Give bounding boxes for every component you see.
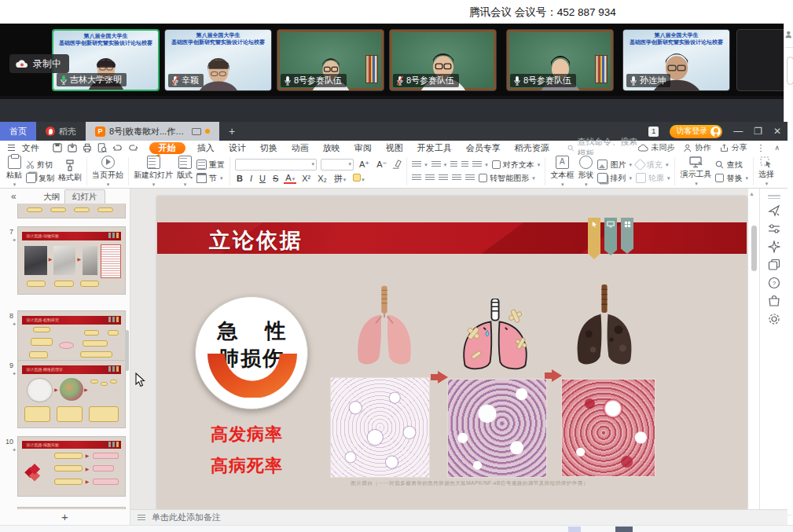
settings-icon[interactable]: [768, 313, 780, 325]
cut-button[interactable]: 剪切: [26, 160, 54, 171]
collapse-ribbon-icon[interactable]: ∧: [774, 144, 780, 152]
strikethrough-button[interactable]: S: [271, 174, 280, 183]
guest-login-button[interactable]: 访客登录: [670, 125, 722, 138]
textbox-button[interactable]: A文本框: [550, 156, 574, 188]
find-button[interactable]: 查找: [715, 160, 748, 171]
slide-thumb-6-partial[interactable]: [17, 204, 126, 218]
distribute-button[interactable]: [465, 174, 475, 182]
clear-format-icon[interactable]: [392, 160, 402, 169]
font-family-select[interactable]: [235, 159, 317, 171]
replace-button[interactable]: 替换: [715, 173, 748, 184]
slide-thumb-10[interactable]: 设计思路-细胞实验 ▶ ▶ ▶: [17, 436, 126, 497]
outline-tab[interactable]: 大纲: [43, 192, 60, 203]
ai-assistant-icon[interactable]: [768, 204, 780, 217]
layout-button[interactable]: 版式: [177, 156, 193, 188]
menu-view[interactable]: 视图: [379, 142, 410, 154]
justify-button[interactable]: [452, 174, 461, 182]
menu-design[interactable]: 设计: [222, 142, 253, 154]
menu-insert[interactable]: 插入: [190, 142, 222, 154]
sync-status[interactable]: 未同步: [638, 142, 674, 153]
more-options-icon[interactable]: ⋮: [756, 143, 765, 153]
video-thumb-3[interactable]: 8号参赛队伍: [277, 29, 384, 91]
panel-scrollbar[interactable]: [125, 330, 129, 371]
taskbar-item-active[interactable]: [615, 526, 633, 532]
menu-slideshow[interactable]: 放映: [316, 142, 347, 154]
save-icon[interactable]: [53, 143, 62, 152]
align-text-button[interactable]: 对齐文本: [492, 160, 541, 171]
redo-icon[interactable]: [128, 143, 138, 152]
menu-transition[interactable]: 切换: [253, 142, 285, 154]
menu-animation[interactable]: 动画: [285, 142, 316, 154]
menu-docer-resources[interactable]: 稻壳资源: [508, 142, 556, 154]
menu-member[interactable]: 会员专享: [459, 142, 508, 154]
decrease-indent-button[interactable]: [450, 161, 457, 168]
align-left-button[interactable]: [412, 174, 421, 182]
taskbar-item[interactable]: [568, 526, 581, 532]
align-center-button[interactable]: [425, 174, 435, 182]
select-button[interactable]: 选择: [758, 156, 774, 187]
editor-scrollbar[interactable]: [751, 226, 757, 271]
effects-icon[interactable]: [768, 240, 780, 253]
picture-button[interactable]: 图片: [597, 160, 632, 171]
collaborate-button[interactable]: 协作: [684, 142, 710, 153]
panel-resize-handle[interactable]: [768, 195, 780, 199]
close-button[interactable]: ✕: [773, 127, 781, 136]
play-from-current-button[interactable]: 当页开始: [92, 156, 123, 188]
increase-indent-button[interactable]: [461, 161, 468, 168]
menu-file[interactable]: 文件: [15, 142, 46, 154]
print-icon[interactable]: [83, 143, 92, 152]
bullets-button[interactable]: [412, 161, 428, 168]
undo-icon[interactable]: [112, 143, 123, 152]
tab-docer[interactable]: 稻壳: [36, 122, 86, 141]
subscript-button[interactable]: X₂: [316, 174, 329, 183]
paste-button[interactable]: 粘贴: [6, 156, 22, 188]
copy-button[interactable]: 复制: [26, 173, 54, 184]
highlight-button[interactable]: [351, 174, 366, 183]
duplicate-slide-icon[interactable]: [768, 259, 780, 271]
share-button[interactable]: 分享: [720, 142, 747, 153]
restore-button[interactable]: ❐: [754, 127, 762, 136]
slide-thumb-9[interactable]: 设计思路-网络药理学 ▶ ▶: [17, 360, 126, 428]
new-slide-button[interactable]: 新建幻灯片: [134, 156, 173, 188]
video-thumb-6[interactable]: 第八届全国大学生基础医学创新研究暨实验设计论坛校赛 孙连坤: [622, 29, 730, 91]
tab-home[interactable]: 首页: [0, 122, 36, 141]
participants-panel-icon[interactable]: [785, 30, 793, 39]
collapse-panel-button[interactable]: «: [11, 191, 17, 202]
slides-tab[interactable]: 幻灯片: [64, 189, 105, 205]
video-thumb-4[interactable]: 8号参赛队伍: [389, 29, 497, 91]
properties-icon[interactable]: [768, 222, 780, 235]
phonetic-guide-button[interactable]: 拼: [332, 173, 348, 185]
bold-button[interactable]: B: [235, 174, 244, 183]
menu-start[interactable]: 开始: [149, 142, 185, 154]
format-painter-button[interactable]: 格式刷: [58, 160, 82, 183]
scroll-up-arrow[interactable]: ▲: [749, 191, 754, 196]
slide-canvas[interactable]: 立论依据 急 性 肺损伤 高发病率 高病死率: [157, 196, 747, 509]
outline-button[interactable]: 轮廓: [636, 173, 670, 184]
reset-button[interactable]: 重置: [196, 160, 225, 171]
menu-devtools[interactable]: 开发工具: [410, 142, 459, 154]
shrink-font-button[interactable]: A⁻: [375, 160, 388, 170]
section-button[interactable]: 节: [196, 173, 225, 184]
smartart-button[interactable]: 转智能图形: [479, 173, 535, 184]
underline-button[interactable]: U: [258, 174, 267, 183]
menu-review[interactable]: 审阅: [347, 142, 379, 154]
font-color-button[interactable]: A: [284, 173, 296, 184]
line-spacing-button[interactable]: [472, 161, 488, 168]
video-thumb-7-partial[interactable]: [736, 29, 784, 91]
present-tools-button[interactable]: 演示工具: [680, 156, 711, 187]
arrange-button[interactable]: 排列: [597, 173, 632, 184]
notes-placeholder[interactable]: 单击此处添加备注: [152, 512, 221, 523]
print-preview-icon[interactable]: [97, 143, 107, 152]
hamburger-icon[interactable]: [8, 145, 15, 151]
notes-bar[interactable]: 单击此处添加备注: [130, 509, 787, 525]
help-icon[interactable]: ?: [768, 277, 780, 289]
font-size-select[interactable]: [321, 159, 354, 171]
output-icon[interactable]: [68, 143, 77, 152]
video-thumb-2[interactable]: 第八届全国大学生基础医学创新研究暨实验设计论坛校赛 辛颖: [164, 29, 272, 91]
italic-button[interactable]: I: [248, 174, 254, 183]
add-slide-button[interactable]: +: [53, 509, 77, 525]
tab-list-button[interactable]: 1: [648, 127, 659, 137]
new-tab-button[interactable]: +: [219, 122, 244, 141]
shapes-button[interactable]: 形状: [578, 156, 593, 188]
grow-font-button[interactable]: A⁺: [358, 160, 371, 170]
